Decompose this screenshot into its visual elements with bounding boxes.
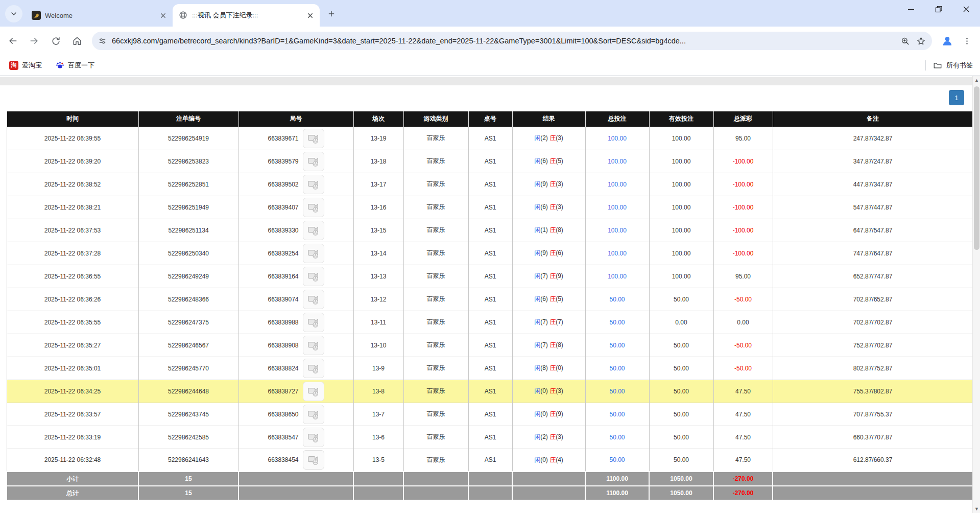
cell-game-type: 百家乐 xyxy=(403,426,468,449)
cell-table-no: AS1 xyxy=(468,311,512,334)
video-replay-button[interactable] xyxy=(303,244,324,263)
tab-welcome[interactable]: Welcome xyxy=(26,4,173,27)
page-scrollbar[interactable]: ▲ ▼ xyxy=(972,76,980,513)
scrollbar-thumb[interactable] xyxy=(974,86,979,250)
cell-game-type: 百家乐 xyxy=(403,334,468,357)
cell-total-bet[interactable]: 50.00 xyxy=(585,449,649,472)
scroll-down-arrow[interactable]: ▼ xyxy=(973,505,980,513)
window-close-button[interactable] xyxy=(952,0,980,18)
cell-session: 13-9 xyxy=(353,357,403,380)
table-row: 2025-11-22 06:35:55522986247375663838988… xyxy=(7,311,973,334)
cell-bet-id: 522986241643 xyxy=(138,449,238,472)
cell-payout: -100.00 xyxy=(713,196,773,219)
cell-total-bet[interactable]: 100.00 xyxy=(585,127,649,150)
cell-total-bet[interactable]: 100.00 xyxy=(585,150,649,173)
cell-game-type: 百家乐 xyxy=(403,242,468,265)
cell-game-type: 百家乐 xyxy=(403,219,468,242)
cell-total-bet[interactable]: 100.00 xyxy=(585,219,649,242)
cell-session: 13-6 xyxy=(353,426,403,449)
chevron-down-icon xyxy=(10,10,18,18)
cell-bet-id: 522986248366 xyxy=(138,288,238,311)
close-icon xyxy=(963,6,970,13)
tab-close-icon[interactable] xyxy=(158,11,168,20)
video-replay-button[interactable] xyxy=(303,359,324,378)
summary-cell xyxy=(468,472,512,486)
cell-total-bet[interactable]: 100.00 xyxy=(585,265,649,288)
header-cell: 局号 xyxy=(238,111,353,127)
cell-bet-id: 522986243745 xyxy=(138,403,238,426)
cell-result: 闲(1) 庄(8) xyxy=(512,219,585,242)
video-replay-button[interactable] xyxy=(303,198,324,217)
cell-result: 闲(9) 庄(6) xyxy=(512,242,585,265)
profile-avatar[interactable] xyxy=(939,33,955,49)
home-icon xyxy=(72,36,82,46)
cell-total-bet[interactable]: 100.00 xyxy=(585,242,649,265)
cell-bet-id: 522986253823 xyxy=(138,150,238,173)
cell-bet-id: 522986251134 xyxy=(138,219,238,242)
cell-result: 闲(2) 庄(3) xyxy=(512,127,585,150)
video-replay-button[interactable] xyxy=(303,428,324,447)
dragon-logo-icon xyxy=(32,11,41,20)
cell-total-bet[interactable]: 50.00 xyxy=(585,311,649,334)
forward-button[interactable] xyxy=(26,32,43,50)
video-replay-button[interactable] xyxy=(303,313,324,332)
bookmark-label: 百度一下 xyxy=(68,61,94,70)
cell-bet-id: 522986250340 xyxy=(138,242,238,265)
bookmark-star-icon[interactable] xyxy=(916,36,926,46)
cell-session: 13-11 xyxy=(353,311,403,334)
cell-bet-id: 522986249249 xyxy=(138,265,238,288)
new-tab-button[interactable] xyxy=(324,6,339,21)
window-minimize-button[interactable] xyxy=(897,0,925,18)
window-restore-button[interactable] xyxy=(925,0,952,18)
cell-total-bet[interactable]: 100.00 xyxy=(585,173,649,196)
back-button[interactable] xyxy=(4,32,21,50)
home-button[interactable] xyxy=(68,32,86,50)
cell-total-bet[interactable]: 50.00 xyxy=(585,334,649,357)
url-text[interactable]: 66cxkj98.com/game/betrecord_search/kind3… xyxy=(112,37,895,45)
cell-remark: 347.87/247.87 xyxy=(773,150,973,173)
video-replay-button[interactable] xyxy=(303,405,324,424)
cell-valid-bet: 50.00 xyxy=(649,403,713,426)
video-replay-button[interactable] xyxy=(303,175,324,194)
cell-total-bet[interactable]: 50.00 xyxy=(585,380,649,403)
bookmark-aitaobao[interactable]: 淘 爱淘宝 xyxy=(5,58,46,73)
tab-bet-records[interactable]: :::视讯 会员下注纪录::: xyxy=(173,4,320,27)
address-bar[interactable]: 66cxkj98.com/game/betrecord_search/kind3… xyxy=(92,32,932,50)
video-replay-button[interactable] xyxy=(303,336,324,355)
header-cell: 总派彩 xyxy=(713,111,773,127)
video-replay-button[interactable] xyxy=(303,450,324,470)
cell-valid-bet: 50.00 xyxy=(649,357,713,380)
cell-total-bet[interactable]: 50.00 xyxy=(585,288,649,311)
pagination-page-1[interactable]: 1 xyxy=(949,90,964,105)
cell-payout: 95.00 xyxy=(713,127,773,150)
cell-total-bet[interactable]: 50.00 xyxy=(585,426,649,449)
round-id: 663838650 xyxy=(268,411,298,418)
video-replay-button[interactable] xyxy=(303,382,324,401)
cell-bet-id: 522986252851 xyxy=(138,173,238,196)
cell-table-no: AS1 xyxy=(468,173,512,196)
all-bookmarks-label[interactable]: 所有书签 xyxy=(946,61,973,70)
video-replay-button[interactable] xyxy=(303,290,324,309)
cell-round: 663838824 xyxy=(238,357,353,380)
video-replay-button[interactable] xyxy=(303,152,324,171)
video-replay-button[interactable] xyxy=(303,267,324,286)
cell-session: 13-16 xyxy=(353,196,403,219)
cell-total-bet[interactable]: 50.00 xyxy=(585,403,649,426)
cell-total-bet[interactable]: 100.00 xyxy=(585,196,649,219)
cell-session: 13-5 xyxy=(353,449,403,472)
cell-total-bet[interactable]: 50.00 xyxy=(585,357,649,380)
zoom-icon[interactable] xyxy=(900,36,910,46)
scroll-up-arrow[interactable]: ▲ xyxy=(973,76,980,84)
tab-close-icon[interactable] xyxy=(305,11,315,20)
reload-button[interactable] xyxy=(47,32,64,50)
video-replay-button[interactable] xyxy=(303,129,324,148)
tab-search-button[interactable] xyxy=(5,5,22,22)
video-replay-button[interactable] xyxy=(303,221,324,240)
browser-menu-button[interactable] xyxy=(959,33,975,49)
cell-table-no: AS1 xyxy=(468,150,512,173)
globe-icon xyxy=(179,11,188,20)
bookmark-baidu[interactable]: 百度一下 xyxy=(51,58,99,73)
table-row: 2025-11-22 06:38:52522986252851663839502… xyxy=(7,173,973,196)
video-camera-icon xyxy=(307,317,320,328)
cell-result: 闲(8) 庄(0) xyxy=(512,357,585,380)
